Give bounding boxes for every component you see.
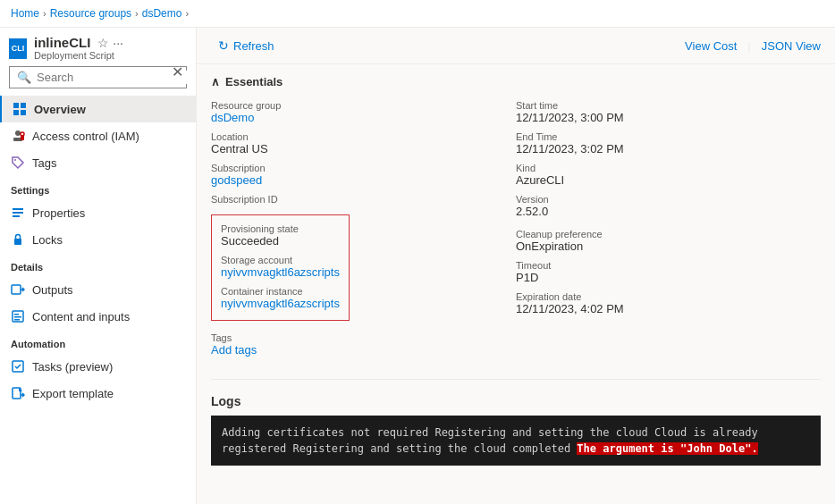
expiration-date-value: 12/11/2023, 4:02 PM <box>516 302 821 315</box>
tags-icon <box>11 155 25 170</box>
svg-rect-2 <box>13 103 19 108</box>
subscription-link[interactable]: godspeed <box>211 173 262 187</box>
sidebar-header: CLI inlineCLI ☆ ··· Deployment Script ✕ <box>0 28 196 61</box>
storage-account-value: nyivvmvagktl6azscripts <box>221 265 340 279</box>
breadcrumb: Home › Resource groups › dsDemo › <box>0 0 835 28</box>
version-item: Version 2.52.0 <box>516 191 821 221</box>
export-icon <box>11 386 25 400</box>
sidebar-item-outputs[interactable]: Outputs <box>0 276 196 303</box>
start-time-label: Start time <box>516 100 821 111</box>
svg-rect-15 <box>12 285 21 294</box>
properties-icon <box>11 206 25 220</box>
sidebar-item-tags[interactable]: Tags <box>0 149 196 176</box>
outputs-icon <box>11 282 25 297</box>
tags-value: Add tags <box>211 343 821 357</box>
overview-label: Overview <box>34 103 86 116</box>
tasks-label: Tasks (preview) <box>32 360 113 374</box>
essentials-chevron-icon: ∧ <box>211 75 220 88</box>
breadcrumb-dsdemo[interactable]: dsDemo <box>142 7 182 20</box>
search-icon: 🔍 <box>17 71 31 84</box>
content-area: ↻ Refresh View Cost | JSON View ∧ Essent… <box>197 28 835 504</box>
logs-highlight: The argument is "John Dole". <box>577 442 757 455</box>
section-divider <box>211 379 821 380</box>
resource-group-item: Resource group dsDemo <box>211 97 516 127</box>
kind-label: Kind <box>516 163 821 173</box>
start-time-value: 12/11/2023, 3:00 PM <box>516 111 821 124</box>
svg-rect-18 <box>14 316 21 318</box>
content-inputs-label: Content and inputs <box>32 310 130 323</box>
overview-icon <box>13 102 27 116</box>
favorite-icon[interactable]: ☆ <box>97 36 109 50</box>
sidebar-item-export[interactable]: Export template <box>0 380 196 407</box>
provisioning-state-label: Provisioning state <box>221 223 340 234</box>
breadcrumb-sep-2: › <box>135 8 139 19</box>
tags-label: Tags <box>211 332 821 343</box>
container-instance-link[interactable]: nyivvmvagktl6azscripts <box>221 297 340 310</box>
export-label: Export template <box>32 387 114 400</box>
cleanup-preference-item: Cleanup preference OnExpiration <box>516 226 821 256</box>
subscription-value: godspeed <box>211 173 516 187</box>
location-item: Location Central US <box>211 129 516 158</box>
close-button[interactable]: ✕ <box>168 60 187 84</box>
sidebar-item-access-control[interactable]: Access control (IAM) <box>0 122 196 149</box>
sidebar-item-content-inputs[interactable]: Content and inputs <box>0 303 196 330</box>
app-icon: CLI <box>9 38 27 59</box>
storage-account-label: Storage account <box>221 255 340 265</box>
resource-group-label: Resource group <box>211 100 516 111</box>
subscription-item: Subscription godspeed <box>211 160 516 189</box>
end-time-label: End Time <box>516 131 821 142</box>
provisioning-state-value: Succeeded <box>221 234 340 248</box>
sidebar: CLI inlineCLI ☆ ··· Deployment Script ✕ … <box>0 28 197 504</box>
svg-rect-19 <box>14 319 20 321</box>
sidebar-search-box[interactable]: 🔍 <box>9 66 187 88</box>
breadcrumb-resource-groups[interactable]: Resource groups <box>50 7 131 20</box>
svg-rect-4 <box>13 110 19 115</box>
svg-rect-17 <box>14 314 19 315</box>
breadcrumb-sep-3: › <box>185 8 189 19</box>
essentials-section: ∧ Essentials Resource group dsDemo Locat… <box>197 64 835 372</box>
provisioning-state-item: Provisioning state Succeeded <box>221 221 340 250</box>
sidebar-item-locks[interactable]: Locks <box>0 226 196 253</box>
sidebar-item-tasks[interactable]: Tasks (preview) <box>0 353 196 380</box>
location-value: Central US <box>211 142 516 155</box>
search-input[interactable] <box>37 71 187 84</box>
svg-point-10 <box>14 159 16 161</box>
version-label: Version <box>516 194 821 205</box>
storage-account-item: Storage account nyivvmvagktl6azscripts <box>221 252 340 281</box>
automation-section-label: Automation <box>0 330 196 353</box>
svg-point-9 <box>21 132 24 136</box>
logs-title: Logs <box>211 394 821 408</box>
view-cost-button[interactable]: View Cost <box>685 39 737 53</box>
container-instance-label: Container instance <box>221 286 340 297</box>
svg-text:CLI: CLI <box>12 44 25 53</box>
sidebar-item-overview[interactable]: Overview <box>0 96 196 122</box>
breadcrumb-home[interactable]: Home <box>11 7 39 20</box>
more-options-icon[interactable]: ··· <box>113 36 123 50</box>
details-section-label: Details <box>0 253 196 276</box>
storage-account-link[interactable]: nyivvmvagktl6azscripts <box>221 265 340 279</box>
toolbar: ↻ Refresh View Cost | JSON View <box>197 28 835 64</box>
resource-group-link[interactable]: dsDemo <box>211 111 254 124</box>
outputs-label: Outputs <box>32 283 73 297</box>
svg-point-6 <box>15 130 21 136</box>
app-subtitle: Deployment Script <box>34 50 187 61</box>
json-view-button[interactable]: JSON View <box>762 39 821 53</box>
refresh-button[interactable]: ↻ Refresh <box>211 35 282 56</box>
logs-section: Logs Adding certificates not required Re… <box>197 387 835 473</box>
add-tags-link[interactable]: Add tags <box>211 343 257 357</box>
essentials-grid: Resource group dsDemo Location Central U… <box>211 97 821 324</box>
essentials-header: ∧ Essentials <box>211 75 821 88</box>
essentials-right: Start time 12/11/2023, 3:00 PM End Time … <box>516 97 821 324</box>
tags-item: Tags Add tags <box>211 330 821 359</box>
essentials-left: Resource group dsDemo Location Central U… <box>211 97 516 324</box>
container-instance-value: nyivvmvagktl6azscripts <box>221 297 340 310</box>
tags-label: Tags <box>32 156 56 170</box>
svg-rect-3 <box>21 103 26 108</box>
timeout-value: P1D <box>516 271 821 284</box>
end-time-item: End Time 12/11/2023, 3:02 PM <box>516 129 821 158</box>
version-value: 2.52.0 <box>516 205 821 218</box>
cleanup-preference-value: OnExpiration <box>516 239 821 253</box>
app-name: inlineCLI <box>34 35 90 50</box>
kind-value: AzureCLI <box>516 173 821 187</box>
sidebar-item-properties[interactable]: Properties <box>0 199 196 226</box>
